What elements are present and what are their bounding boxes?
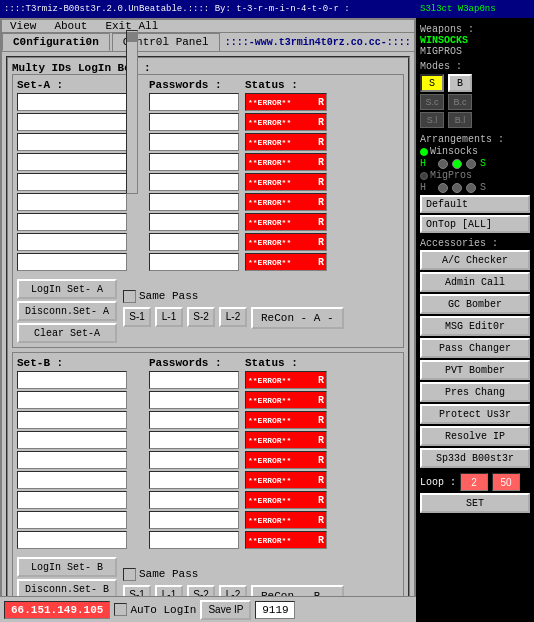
set-a-input-5[interactable] xyxy=(17,173,127,191)
set-b-status-4: **ERROR**R xyxy=(245,431,327,449)
set-a-input-9[interactable] xyxy=(17,253,127,271)
clear-set-a-button[interactable]: Clear Set-A xyxy=(17,323,117,343)
multy-section: Multy IDs LogIn Box : Set-A : xyxy=(6,56,410,622)
set-a-status-7: **ERROR**R xyxy=(245,213,327,231)
set-a-nav-row: Same Pass xyxy=(123,290,344,303)
set-a-input-3[interactable] xyxy=(17,133,127,151)
set-a-pass-9[interactable] xyxy=(149,253,239,271)
set-b-input-5[interactable] xyxy=(17,451,127,469)
set-b-input-3[interactable] xyxy=(17,411,127,429)
set-a-pass-1[interactable] xyxy=(149,93,239,111)
set-a-inputs xyxy=(17,93,127,271)
set-b-input-8[interactable] xyxy=(17,511,127,529)
right-title-text: S3l3ct W3ap0ns xyxy=(420,4,496,14)
delay-value-input[interactable]: 50 xyxy=(492,473,520,491)
set-a-input-1[interactable] xyxy=(17,93,127,111)
set-b-status-9: **ERROR**R xyxy=(245,531,327,549)
set-a-input-7[interactable] xyxy=(17,213,127,231)
set-a-pass-4[interactable] xyxy=(149,153,239,171)
set-a-pass-5[interactable] xyxy=(149,173,239,191)
set-b-pass-8[interactable] xyxy=(149,511,239,529)
set-a-input-4[interactable] xyxy=(17,153,127,171)
right-title-bar: S3l3ct W3ap0ns xyxy=(416,0,534,18)
set-a-status-8: **ERROR**R xyxy=(245,233,327,251)
mode-sc-button[interactable]: S.c xyxy=(420,94,444,110)
set-b-inputs xyxy=(17,371,127,549)
set-a-input-6[interactable] xyxy=(17,193,127,211)
set-b-same-pass-checkbox[interactable] xyxy=(123,568,136,581)
set-a-s1-button[interactable]: S-1 xyxy=(123,307,151,327)
set-b-pass-9[interactable] xyxy=(149,531,239,549)
set-a-scroll-thumb[interactable] xyxy=(127,32,137,42)
recon-a-button[interactable]: ReCon - A - xyxy=(251,307,344,329)
admin-call-button[interactable]: Admin Call xyxy=(420,272,530,292)
mode-b-button[interactable]: B xyxy=(448,74,472,92)
menu-view[interactable]: View xyxy=(6,20,40,32)
set-a-pass-8[interactable] xyxy=(149,233,239,251)
menu-bar: View About Exit All xyxy=(2,20,414,33)
set-b-input-9[interactable] xyxy=(17,531,127,549)
content-area: Multy IDs LogIn Box : Set-A : xyxy=(2,52,414,622)
default-button[interactable]: Default xyxy=(420,195,530,213)
tab-configuration[interactable]: C0nfigurati0n xyxy=(2,33,110,51)
set-a-s2-button[interactable]: S-2 xyxy=(187,307,215,327)
set-b-pass-2[interactable] xyxy=(149,391,239,409)
set-b-pass-1[interactable] xyxy=(149,371,239,389)
main-container: View About Exit All C0nfigurati0n C0ntr0… xyxy=(0,18,534,622)
sp33d-booster-button[interactable]: Sp33d B00st3r xyxy=(420,448,530,468)
set-a-same-pass-checkbox[interactable] xyxy=(123,290,136,303)
set-a-row: Set-A : xyxy=(17,79,399,271)
set-b-pass-7[interactable] xyxy=(149,491,239,509)
set-b-input-1[interactable] xyxy=(17,371,127,389)
set-b-input-2[interactable] xyxy=(17,391,127,409)
set-a-input-8[interactable] xyxy=(17,233,127,251)
set-a-pass-3[interactable] xyxy=(149,133,239,151)
login-set-a-button[interactable]: LogIn Set- A xyxy=(17,279,117,299)
set-b-pass-5[interactable] xyxy=(149,451,239,469)
arr-winsocks-row: H S xyxy=(420,158,530,169)
set-a-status-9: **ERROR**R xyxy=(245,253,327,271)
set-a-pass-6[interactable] xyxy=(149,193,239,211)
loop-value-input[interactable]: 2 xyxy=(460,473,488,491)
set-b-input-7[interactable] xyxy=(17,491,127,509)
modes-label: Modes : xyxy=(420,61,530,72)
disconnect-set-a-button[interactable]: Disconn.Set- A xyxy=(17,301,117,321)
set-b-pass-3[interactable] xyxy=(149,411,239,429)
mode-bc-button[interactable]: B.c xyxy=(448,94,472,110)
set-a-pass-7[interactable] xyxy=(149,213,239,231)
set-a-pass-label: Passwords : xyxy=(149,79,239,91)
pres-chang-button[interactable]: Pres Chang xyxy=(420,382,530,402)
ac-checker-button[interactable]: A/C Checker xyxy=(420,250,530,270)
gc-bomber-button[interactable]: GC Bomber xyxy=(420,294,530,314)
set-b-status-label: Status : xyxy=(245,357,327,369)
mode-bl-button[interactable]: B.l xyxy=(448,112,472,128)
loop-label: Loop : xyxy=(420,477,456,488)
set-a-input-2[interactable] xyxy=(17,113,127,131)
mode-s-button[interactable]: S xyxy=(420,74,444,92)
set-b-input-6[interactable] xyxy=(17,471,127,489)
set-b-pass-4[interactable] xyxy=(149,431,239,449)
protect-us3r-button[interactable]: Protect Us3r xyxy=(420,404,530,424)
set-button[interactable]: SET xyxy=(420,493,530,513)
set-b-input-4[interactable] xyxy=(17,431,127,449)
resolve-ip-button[interactable]: Resolve IP xyxy=(420,426,530,446)
set-a-scrollbar[interactable] xyxy=(126,30,138,194)
login-set-b-button[interactable]: LogIn Set- B xyxy=(17,557,117,577)
set-b-pass-6[interactable] xyxy=(149,471,239,489)
auto-login: AuTo LogIn xyxy=(114,603,196,616)
set-a-pass-2[interactable] xyxy=(149,113,239,131)
set-a-col: Set-A : xyxy=(17,79,127,271)
set-a-l1-button[interactable]: L-1 xyxy=(155,307,183,327)
bottom-bar: 66.151.149.105 AuTo LogIn Save IP 9119 xyxy=(0,596,416,622)
auto-login-checkbox[interactable] xyxy=(114,603,127,616)
loop-section: Loop : 2 50 xyxy=(420,473,530,491)
ontop-button[interactable]: OnTop [ALL] xyxy=(420,215,530,233)
mode-sl-button[interactable]: S.l xyxy=(420,112,444,128)
set-a-l2-button[interactable]: L-2 xyxy=(219,307,247,327)
pvt-bomber-button[interactable]: PVT Bomber xyxy=(420,360,530,380)
save-ip-button[interactable]: Save IP xyxy=(200,600,251,620)
pass-changer-button[interactable]: Pass Changer xyxy=(420,338,530,358)
menu-about[interactable]: About xyxy=(50,20,91,32)
set-a-nav-btns: S-1 L-1 S-2 L-2 ReCon - A - xyxy=(123,307,344,329)
msg-editor-button[interactable]: MSG Edit0r xyxy=(420,316,530,336)
